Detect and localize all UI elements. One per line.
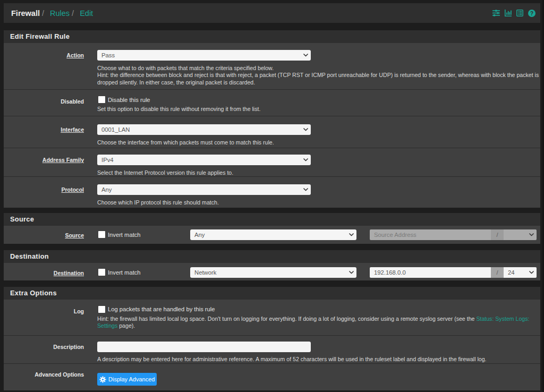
svg-text:?: ? <box>530 10 533 16</box>
